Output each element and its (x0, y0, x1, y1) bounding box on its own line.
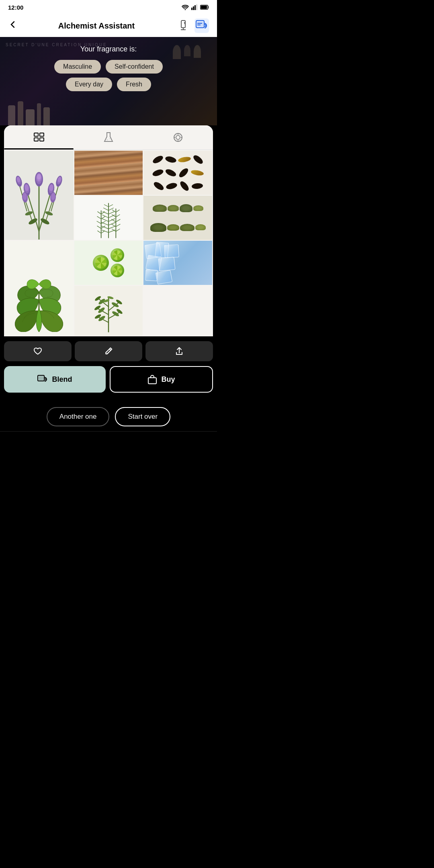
svg-line-92 (97, 226, 101, 228)
tab-settings[interactable] (143, 125, 213, 149)
svg-rect-13 (34, 133, 38, 136)
svg-rect-6 (181, 20, 185, 28)
tonka-cell (143, 151, 212, 195)
wood-texture (74, 151, 143, 195)
svg-rect-15 (34, 138, 38, 141)
rosemary-cell (74, 196, 143, 240)
status-time: 12:00 (8, 4, 23, 11)
speaker-icon (196, 20, 208, 31)
svg-point-21 (176, 135, 180, 139)
svg-rect-16 (40, 138, 44, 141)
another-one-label: Another one (59, 413, 97, 420)
flask-icon (104, 132, 113, 143)
lime-visual (74, 241, 143, 285)
svg-rect-117 (39, 376, 43, 380)
action-bar (0, 336, 217, 366)
olive-visual (74, 286, 143, 336)
tab-grid[interactable] (4, 125, 74, 149)
svg-point-36 (37, 174, 41, 180)
buy-button[interactable]: Buy (110, 366, 213, 393)
svg-line-60 (103, 208, 108, 210)
wood-cell (74, 151, 143, 195)
blend-label: Blend (52, 375, 72, 384)
fragrance-label: Your fragrance is: (80, 45, 137, 53)
lime-cell (74, 241, 143, 285)
speaker-button[interactable] (194, 18, 209, 33)
heart-icon (33, 347, 42, 356)
buy-label: Buy (161, 375, 175, 384)
svg-line-82 (116, 224, 120, 227)
nav-bar (0, 431, 217, 434)
share-icon (175, 347, 184, 356)
svg-rect-14 (40, 133, 44, 136)
tag-masculine: Masculine (54, 60, 101, 74)
svg-line-86 (97, 211, 101, 214)
status-bar: 12:00 (0, 0, 217, 14)
wifi-icon (182, 4, 189, 10)
battery-icon (200, 5, 209, 10)
ingredient-grid (4, 150, 213, 336)
ice-visual (143, 241, 212, 285)
hero-area: SECRET D'UNE CREATION UNIQUE Your fragra… (0, 37, 217, 125)
svg-line-78 (116, 215, 120, 217)
svg-rect-0 (191, 8, 192, 10)
svg-line-76 (116, 210, 119, 212)
svg-line-95 (101, 231, 105, 233)
moss-cell (143, 196, 212, 240)
share-button[interactable] (145, 341, 213, 361)
favorite-button[interactable] (4, 341, 72, 361)
bottom-row: Another one Start over (0, 399, 217, 431)
svg-line-81 (111, 224, 116, 227)
header-actions (176, 18, 209, 33)
back-button[interactable] (8, 20, 17, 31)
lavender-cell (5, 151, 74, 240)
moss-visual (143, 196, 212, 240)
signal-icon (191, 4, 198, 10)
page-title: Alchemist Assistant (58, 21, 135, 31)
big-action-row: Blend Buy (0, 366, 217, 399)
blend-icon (37, 374, 48, 385)
tag-self-confident: Self-confident (106, 60, 163, 74)
rosemary-illustration (88, 196, 129, 240)
geranium-illustration (7, 244, 71, 332)
svg-line-84 (116, 229, 120, 231)
lime-circle-1 (93, 255, 109, 271)
svg-line-94 (97, 231, 101, 233)
ice-cell (143, 241, 212, 285)
main-card (4, 125, 213, 336)
svg-point-19 (109, 138, 110, 139)
lime-circle-3 (111, 264, 124, 277)
lavender-illustration (7, 151, 71, 240)
blend-button[interactable]: Blend (4, 366, 106, 393)
tags-row-1: Masculine Self-confident (54, 60, 163, 74)
tag-fresh: Fresh (117, 78, 151, 91)
wand-icon (178, 20, 188, 32)
tab-bar (4, 125, 213, 150)
status-icons (182, 4, 209, 10)
svg-rect-118 (148, 378, 156, 384)
lime-circle-2 (111, 248, 124, 262)
bag-icon (147, 374, 157, 385)
svg-line-115 (109, 349, 111, 350)
svg-rect-3 (196, 4, 197, 10)
grid-icon (33, 132, 45, 143)
olive-cell (74, 286, 143, 336)
svg-line-65 (108, 215, 115, 218)
svg-line-90 (97, 221, 101, 223)
wand-button[interactable] (176, 18, 190, 33)
geranium-cell (5, 241, 74, 336)
svg-line-59 (108, 205, 113, 207)
tonka-beans (143, 151, 212, 195)
pencil-icon (104, 347, 113, 356)
svg-line-88 (97, 216, 101, 219)
another-one-button[interactable]: Another one (47, 407, 110, 426)
tab-flask[interactable] (74, 125, 143, 149)
svg-line-58 (104, 205, 108, 207)
edit-button[interactable] (75, 341, 142, 361)
svg-line-71 (108, 226, 116, 229)
svg-line-89 (101, 216, 105, 219)
svg-line-62 (102, 211, 108, 214)
start-over-button[interactable]: Start over (115, 407, 170, 426)
olive-illustration (91, 289, 126, 332)
svg-line-80 (116, 219, 120, 222)
